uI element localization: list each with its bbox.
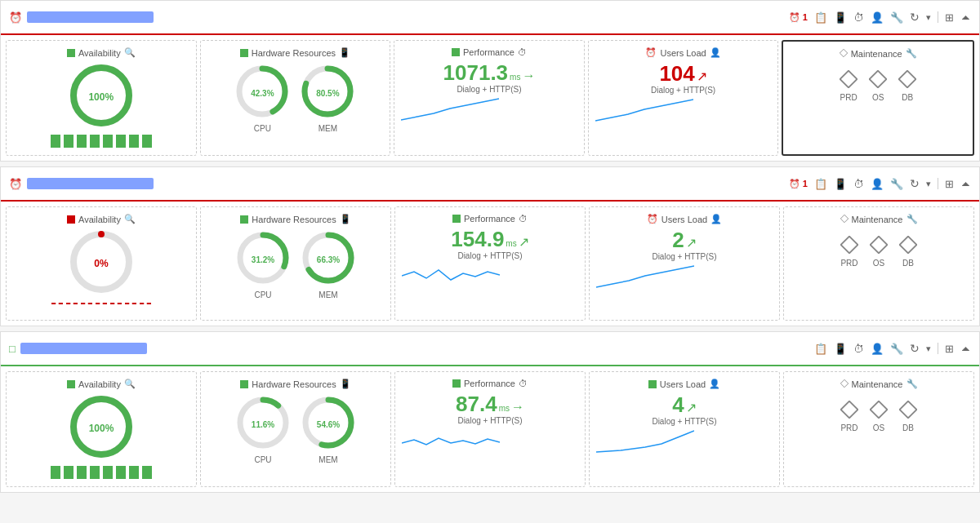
availability-title-0: Availability 🔍 (13, 47, 189, 58)
wrench-icon[interactable]: 🔧 (890, 343, 903, 355)
server-block-0: ⏰ ⏰ 1 📋 📱 ⏱ 👤 🔧 ↻ ▾ ⊞ ⏶ Availabi (0, 0, 980, 162)
prd-item: PRD (840, 401, 858, 432)
search-icon[interactable]: 🔍 (124, 47, 136, 58)
user-icon[interactable]: 👤 (710, 214, 722, 224)
avail-bar-dash (66, 303, 78, 304)
user-icon[interactable]: 👤 (871, 11, 884, 24)
speedometer-icon[interactable]: ⏱ (853, 343, 864, 355)
mobile-icon[interactable]: 📱 (834, 343, 847, 355)
avail-bar-dash (140, 303, 151, 304)
users-dialog-label: Dialog + HTTP(S) (651, 86, 715, 95)
performance-unit: ms (499, 404, 510, 413)
speedometer-icon[interactable]: ⏱ (519, 379, 528, 388)
hardware-label: Hardware Resources (252, 379, 336, 389)
speedometer-icon[interactable]: ⏱ (519, 214, 528, 224)
cards-row-2: Availability 🔍 100% Hardware Resources (1, 366, 979, 492)
device-icon[interactable]: 📱 (340, 214, 351, 224)
collapse-icon[interactable]: ⏶ (960, 178, 971, 190)
prd-label: PRD (840, 93, 858, 102)
divider (938, 178, 938, 189)
svg-rect-26 (840, 379, 848, 387)
wrench-icon[interactable]: 🔧 (890, 178, 903, 190)
users-value-row-0: 104 ↗ (659, 63, 706, 84)
grid-icon[interactable]: ⊞ (945, 178, 954, 190)
performance-chart-0 (401, 97, 577, 124)
db-label: DB (902, 93, 913, 102)
device-icon[interactable]: 📱 (339, 47, 350, 58)
prd-label: PRD (840, 423, 858, 432)
maintenance-card-2: Maintenance 🔧 PRD OS (783, 371, 974, 487)
diamond-icon (840, 215, 849, 224)
os-item: OS (870, 401, 888, 432)
user-icon[interactable]: 👤 (709, 379, 720, 389)
chevron-down-icon[interactable]: ▾ (926, 343, 931, 354)
performance-label: Performance (463, 47, 514, 57)
availability-bars-2 (50, 465, 153, 480)
grid-icon[interactable]: ⊞ (945, 343, 954, 355)
avail-bar (51, 466, 60, 479)
chevron-down-icon[interactable]: ▾ (926, 179, 931, 189)
device-icon[interactable]: 📱 (340, 379, 351, 389)
monitor-icon[interactable]: 📋 (814, 343, 827, 355)
avail-bar (64, 466, 74, 479)
availability-donut-0: 100% (69, 63, 134, 131)
speedometer-icon[interactable]: ⏱ (853, 11, 864, 24)
refresh-icon[interactable]: ↻ (910, 342, 920, 355)
refresh-icon[interactable]: ↻ (910, 177, 920, 190)
mobile-icon[interactable]: 📱 (834, 11, 847, 24)
avail-bar (77, 135, 87, 148)
search-icon[interactable]: 🔍 (124, 214, 136, 224)
refresh-icon[interactable]: ↻ (910, 11, 920, 24)
search-icon[interactable]: 🔍 (124, 379, 136, 389)
avail-bar (116, 466, 126, 479)
grid-icon[interactable]: ⊞ (945, 11, 954, 24)
db-label: DB (902, 423, 914, 432)
monitor-icon[interactable]: 📋 (814, 178, 827, 190)
maintenance-title-1: Maintenance 🔧 (791, 214, 967, 224)
users-chart-2 (596, 429, 773, 456)
avail-bar (129, 466, 139, 479)
mobile-icon[interactable]: 📱 (834, 178, 847, 190)
avail-bar (51, 135, 60, 148)
performance-title-2: Performance ⏱ (402, 379, 578, 388)
user-icon[interactable]: 👤 (710, 47, 721, 58)
divider (938, 343, 938, 354)
performance-title-0: Performance ⏱ (401, 47, 577, 57)
hardware-donuts-1: 31.2% CPU 66.3% MEM (234, 229, 357, 299)
wrench-icon[interactable]: 🔧 (906, 48, 917, 59)
os-item: OS (870, 236, 888, 268)
svg-rect-8 (870, 71, 887, 88)
mem-donut-1: 66.3% MEM (300, 229, 357, 299)
user-icon[interactable]: 👤 (871, 178, 884, 190)
os-label: OS (873, 259, 884, 268)
os-diamond-icon (870, 401, 888, 421)
maintenance-items-0: PRD OS DB (840, 70, 916, 102)
svg-rect-16 (840, 215, 848, 222)
maintenance-title-2: Maintenance 🔧 (791, 379, 967, 389)
collapse-icon[interactable]: ⏶ (960, 11, 971, 24)
svg-rect-19 (900, 237, 917, 254)
db-item: DB (899, 401, 917, 432)
users-value-row-2: 4 ↗ (672, 394, 696, 415)
chevron-down-icon[interactable]: ▾ (926, 12, 931, 23)
speedometer-icon[interactable]: ⏱ (518, 47, 527, 57)
users-arrow: ↗ (697, 69, 707, 84)
db-label: DB (902, 259, 914, 268)
alarm-icon-0: ⏰ (9, 11, 22, 24)
users-card-2: Users Load 👤 4 ↗ Dialog + HTTP(S) (589, 371, 780, 487)
mem-label: MEM (318, 290, 337, 299)
collapse-icon[interactable]: ⏶ (960, 343, 971, 355)
avail-bar (90, 466, 100, 479)
avail-bar-dash (125, 303, 136, 304)
wrench-icon[interactable]: 🔧 (890, 11, 903, 24)
user-icon[interactable]: 👤 (871, 343, 884, 355)
cards-row-1: Availability 🔍 0% Hardware Resources � (1, 202, 979, 326)
maintenance-label: Maintenance (851, 49, 902, 59)
alarm-count: ⏰ 1 (789, 179, 808, 189)
monitor-icon[interactable]: 📋 (814, 11, 827, 24)
wrench-icon[interactable]: 🔧 (906, 214, 918, 224)
speedometer-icon[interactable]: ⏱ (853, 178, 864, 190)
hardware-title-0: Hardware Resources 📱 (207, 47, 384, 58)
prd-diamond-icon (840, 70, 858, 91)
wrench-icon[interactable]: 🔧 (906, 379, 918, 389)
